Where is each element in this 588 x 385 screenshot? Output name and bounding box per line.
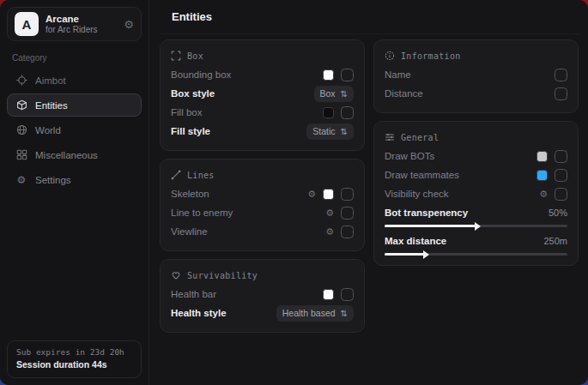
color-swatch[interactable]: [536, 151, 548, 162]
gear-icon[interactable]: ⚙: [325, 227, 334, 237]
sidebar: A Arcane for Arc Riders ⚙ Category Aimbo…: [0, 0, 149, 385]
brand-title: Arcane: [45, 14, 117, 25]
information-card-header: Information: [385, 51, 567, 61]
setting-row-visibility-check: Visibility check ⚙: [385, 184, 567, 203]
max-distance-slider[interactable]: [385, 253, 567, 256]
gear-icon[interactable]: ⚙: [539, 189, 548, 199]
setting-label: Health style: [171, 308, 276, 318]
card-title-label: General: [401, 133, 439, 142]
setting-label: Bounding box: [171, 69, 323, 80]
sub-expiry-text: Sub expires in 23d 20h: [16, 346, 132, 358]
globe-icon: [15, 124, 27, 136]
slider-fill: [385, 225, 476, 227]
setting-row-distance: Distance: [385, 84, 567, 103]
gear-icon: ⚙: [15, 174, 27, 186]
setting-label: Max distance: [385, 236, 543, 246]
setting-label: Visibility check: [385, 189, 539, 199]
crosshair-icon: [15, 75, 27, 87]
color-swatch[interactable]: [323, 107, 334, 118]
sidebar-item-settings[interactable]: ⚙ Settings: [7, 168, 142, 191]
grid-icon: [15, 149, 27, 161]
card-title-label: Lines: [187, 171, 215, 180]
setting-row-health-style: Health style Health based ⇅: [171, 304, 354, 322]
setting-label: Draw teammates: [385, 170, 536, 180]
general-card: General Draw BOTs Draw teammates: [373, 121, 579, 266]
line-to-enemy-checkbox[interactable]: [341, 207, 354, 220]
left-column: Box Bounding box Box style Box ⇅: [160, 39, 365, 333]
color-swatch[interactable]: [536, 170, 548, 181]
visibility-check-checkbox[interactable]: [555, 188, 567, 201]
setting-label: Fill style: [171, 126, 306, 136]
sidebar-item-miscellaneous[interactable]: Miscellaneous: [7, 143, 142, 166]
name-checkbox[interactable]: [555, 69, 567, 81]
heart-icon: [171, 270, 181, 280]
lines-card-header: Lines: [171, 170, 354, 180]
sidebar-nav: Aimbot Entities World: [7, 69, 142, 191]
color-swatch[interactable]: [323, 289, 334, 300]
setting-row-bot-transparency: Bot transpenency 50%: [385, 205, 567, 227]
survivability-card-header: Survivability: [171, 270, 354, 280]
fill-style-dropdown[interactable]: Static ⇅: [306, 123, 354, 140]
bot-transparency-value: 50%: [549, 208, 567, 218]
gear-icon[interactable]: ⚙: [124, 18, 134, 31]
sidebar-item-aimbot[interactable]: Aimbot: [7, 69, 142, 92]
bounding-box-checkbox[interactable]: [341, 69, 354, 81]
sidebar-item-world[interactable]: World: [7, 118, 142, 141]
setting-label: Name: [385, 69, 555, 80]
sidebar-item-label: World: [35, 125, 61, 135]
setting-row-skeleton: Skeleton ⚙: [171, 184, 354, 203]
draw-teammates-checkbox[interactable]: [555, 169, 567, 182]
health-bar-checkbox[interactable]: [341, 288, 354, 301]
color-swatch[interactable]: [323, 69, 334, 81]
main-panel: Entities Box Bounding box: [149, 0, 588, 385]
sidebar-item-label: Miscellaneous: [35, 150, 98, 160]
scan-frame-icon: [171, 51, 181, 61]
setting-row-draw-bots: Draw BOTs: [385, 147, 567, 165]
gear-icon[interactable]: ⚙: [325, 208, 334, 218]
card-title-label: Box: [187, 51, 203, 61]
dropdown-value: Static: [312, 126, 335, 136]
information-card: Information Name Distance: [373, 39, 579, 113]
distance-checkbox[interactable]: [555, 87, 567, 100]
fill-box-checkbox[interactable]: [341, 106, 354, 119]
setting-row-draw-teammates: Draw teammates: [385, 165, 567, 184]
skeleton-checkbox[interactable]: [341, 188, 354, 201]
dropdown-value: Box: [320, 88, 336, 99]
setting-row-health-bar: Health bar: [171, 285, 354, 304]
setting-row-viewline: Viewline ⚙: [171, 222, 354, 241]
setting-row-bounding-box: Bounding box: [171, 65, 354, 84]
sort-arrows-icon: ⇅: [341, 89, 348, 99]
draw-bots-checkbox[interactable]: [555, 150, 567, 163]
card-title-label: Information: [401, 51, 461, 61]
box-card-header: Box: [171, 51, 354, 61]
setting-row-name: Name: [385, 65, 567, 84]
brand-subtitle: for Arc Riders: [45, 25, 117, 35]
sidebar-item-label: Settings: [35, 175, 71, 185]
setting-label: Distance: [385, 88, 555, 99]
gear-icon[interactable]: ⚙: [307, 189, 316, 199]
sidebar-item-entities[interactable]: Entities: [7, 93, 142, 117]
bot-transparency-slider[interactable]: [385, 225, 567, 227]
setting-label: Viewline: [171, 226, 325, 237]
setting-label: Box style: [171, 88, 314, 99]
box-style-dropdown[interactable]: Box ⇅: [314, 86, 354, 102]
viewline-checkbox[interactable]: [341, 226, 354, 238]
setting-label: Bot transpenency: [385, 208, 549, 218]
right-column: Information Name Distance: [373, 39, 579, 333]
app-window: A Arcane for Arc Riders ⚙ Category Aimbo…: [0, 0, 588, 385]
brand-card: A Arcane for Arc Riders ⚙: [7, 7, 142, 41]
max-distance-value: 250m: [543, 236, 567, 246]
setting-row-line-to-enemy: Line to enemy ⚙: [171, 203, 354, 222]
cube-icon: [15, 99, 27, 111]
setting-row-fill-box: Fill box: [171, 103, 354, 122]
setting-row-max-distance: Max distance 250m: [385, 233, 567, 256]
session-duration-text: Session duration 44s: [16, 358, 132, 372]
color-swatch[interactable]: [323, 189, 334, 200]
slider-thumb[interactable]: [423, 250, 429, 259]
sidebar-item-label: Aimbot: [35, 75, 66, 86]
info-circle-icon: [385, 51, 395, 61]
brand-text: Arcane for Arc Riders: [45, 14, 117, 35]
main-header: Entities: [160, 0, 579, 34]
slider-thumb[interactable]: [475, 222, 481, 231]
health-style-dropdown[interactable]: Health based ⇅: [276, 305, 354, 322]
